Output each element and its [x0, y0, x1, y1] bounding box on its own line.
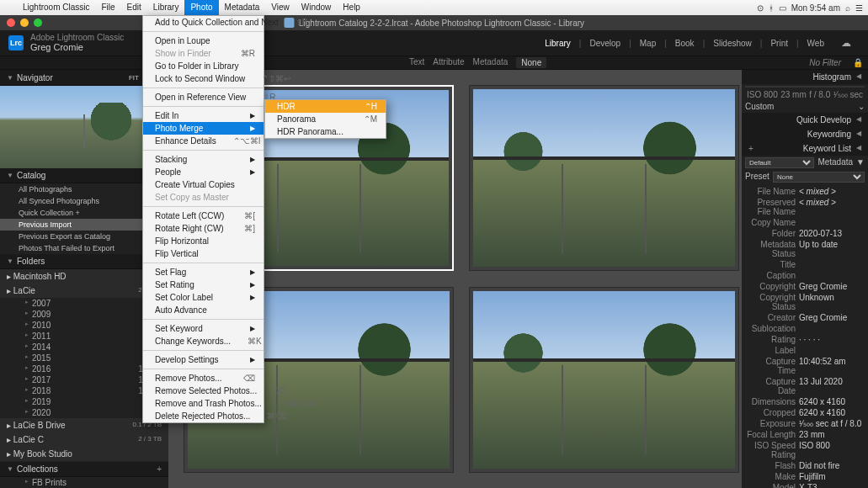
module-slideshow[interactable]: Slideshow	[705, 39, 760, 48]
module-book[interactable]: Book	[667, 39, 703, 48]
menu-item[interactable]: Rotate Left (CCW)⌘[	[143, 210, 264, 222]
filter-metadata[interactable]: Metadata	[473, 57, 509, 68]
menu-item[interactable]: Flip Horizontal	[143, 235, 264, 247]
menu-item[interactable]: Set Flag▶	[143, 266, 264, 278]
metadata-row: Preserved File Name< mixed >	[745, 197, 865, 217]
bluetooth-icon: ᚼ	[769, 3, 774, 13]
menu-item[interactable]: Add to Quick Collection and Next⇧B	[143, 16, 264, 29]
menu-view[interactable]: View	[265, 0, 296, 15]
metadata-set[interactable]: Default	[745, 157, 814, 168]
menu-metadata[interactable]: Metadata	[219, 0, 266, 15]
cloud-sync-icon[interactable]: ☁	[833, 37, 860, 49]
filter-preset[interactable]: No Filter	[809, 58, 841, 67]
thumbnail-cell[interactable]	[469, 85, 739, 271]
submenu-item[interactable]: HDR⌃H	[265, 100, 386, 113]
metadata-row: Cropped6240 x 4160	[745, 407, 865, 418]
menu-file[interactable]: File	[95, 0, 120, 15]
right-panel[interactable]: Histogram◀ ISO 80023 mmf / 8.0¹⁄₅₀₀ sec …	[742, 70, 868, 488]
preset-label: Preset	[745, 172, 769, 183]
module-library[interactable]: Library	[536, 39, 579, 48]
metadata-row: Sublocation	[745, 323, 865, 334]
minimize-button[interactable]	[20, 19, 29, 27]
module-print[interactable]: Print	[762, 39, 796, 48]
menu-app[interactable]: Lightroom Classic	[17, 0, 95, 15]
module-map[interactable]: Map	[631, 39, 664, 48]
menu-item: Set Copy as Master	[143, 191, 264, 204]
collections-header[interactable]: ▼Collections+	[0, 462, 168, 477]
menu-item[interactable]: Create Virtual Copies	[143, 178, 264, 191]
menu-item[interactable]: Delete Rejected Photos...⌘⌫	[143, 410, 264, 422]
metadata-row: CreatorGreg Cromie	[745, 312, 865, 323]
menu-item[interactable]: Remove Selected Photos...⌫	[143, 385, 264, 397]
library-filter-bar[interactable]: Text Attribute Metadata None No Filter 🔒	[0, 56, 868, 70]
metadata-row: Capture Date13 Jul 2020	[745, 376, 865, 396]
photo-merge-submenu[interactable]: HDR⌃HPanorama⌃MHDR Panorama...	[264, 99, 386, 139]
close-button[interactable]	[7, 19, 15, 27]
menu-item[interactable]: Flip Vertical	[143, 247, 264, 260]
menu-photo[interactable]: Photo	[184, 0, 218, 15]
menu-item[interactable]: People▶	[143, 166, 264, 178]
histogram-meta: ISO 80023 mmf / 8.0¹⁄₅₀₀ sec	[742, 89, 868, 100]
preset-select[interactable]: None	[773, 172, 865, 183]
menu-item[interactable]: Enhance Details⌃⌥⌘I	[143, 135, 264, 147]
menu-item[interactable]: Change Keywords...⌘K	[143, 335, 264, 347]
zoom-button[interactable]	[34, 19, 42, 27]
quickdev-header[interactable]: Quick Develop◀	[742, 113, 868, 127]
menu-item[interactable]: Remove and Trash Photos...⌥⌘⇧⌫	[143, 397, 264, 410]
module-web[interactable]: Web	[799, 39, 833, 48]
collection-item[interactable]: ▸FB Prints	[0, 477, 168, 488]
filter-none[interactable]: None	[516, 57, 546, 68]
metadata-row: Dimensions6240 x 4160	[745, 396, 865, 407]
menu-item[interactable]: Remove Photos...⌫	[143, 372, 264, 385]
submenu-item[interactable]: Panorama⌃M	[265, 113, 386, 125]
menu-item[interactable]: Photo Merge▶	[143, 122, 264, 135]
histogram-header[interactable]: Histogram◀	[742, 70, 868, 84]
metadata-row: Folder2020-07-13	[745, 228, 865, 239]
control-center-icon[interactable]: ☰	[855, 3, 863, 13]
menu-edit[interactable]: Edit	[121, 0, 147, 15]
menu-window[interactable]: Window	[296, 0, 338, 15]
metadata-row: Copyright StatusUnknown	[745, 292, 865, 312]
menu-item[interactable]: Open in Loupe	[143, 34, 264, 47]
thumbnail-cell[interactable]	[469, 287, 739, 473]
filter-lock-icon[interactable]: 🔒	[853, 58, 863, 67]
menu-item[interactable]: Open in Reference View⇧R	[143, 91, 264, 103]
menu-item[interactable]: Set Color Label▶	[143, 291, 264, 304]
window-controls[interactable]	[7, 19, 42, 27]
metadata-table: File Name< mixed >Preserved File Name< m…	[742, 184, 868, 488]
filter-attribute[interactable]: Attribute	[433, 57, 464, 68]
metadata-row: Capture Time10:40:52 am	[745, 356, 865, 376]
menu-item[interactable]: Set Keyword▶	[143, 322, 264, 335]
menu-item[interactable]: Go to Folder in Library	[143, 60, 264, 72]
menu-library[interactable]: Library	[147, 0, 185, 15]
keywordlist-header[interactable]: +Keyword List◀	[742, 141, 868, 156]
metadata-row: FlashDid not fire	[745, 460, 865, 471]
wifi-icon: ⊙	[757, 3, 764, 13]
clock: Mon 9:54 am	[791, 3, 840, 13]
histogram[interactable]	[745, 86, 865, 88]
menu-item[interactable]: Edit In▶	[143, 109, 264, 122]
menu-help[interactable]: Help	[337, 0, 366, 15]
metadata-row: ISO Speed RatingISO 800	[745, 440, 865, 460]
menu-item[interactable]: Develop Settings▶	[143, 353, 264, 366]
mac-menubar[interactable]: Lightroom Classic File Edit Library Phot…	[0, 0, 868, 15]
custom-label: Custom	[745, 102, 774, 111]
module-picker[interactable]: Library| Develop| Map| Book| Slideshow| …	[536, 37, 860, 49]
menu-item[interactable]: Rotate Right (CW)⌘]	[143, 222, 264, 235]
keywording-header[interactable]: Keywording◀	[742, 127, 868, 141]
metadata-row: Focal Length23 mm	[745, 429, 865, 440]
photo-menu[interactable]: Add to Quick Collection and Next⇧BOpen i…	[142, 15, 264, 423]
menu-item[interactable]: Stacking▶	[143, 153, 264, 166]
module-develop[interactable]: Develop	[581, 39, 629, 48]
filter-text[interactable]: Text	[409, 57, 424, 68]
drive-row[interactable]: ▸ My Book Studio	[0, 447, 168, 461]
menubar-status: ⊙ ᚼ ▭ Mon 9:54 am ⌕ ☰	[757, 3, 863, 13]
search-icon[interactable]: ⌕	[845, 3, 850, 13]
menu-item[interactable]: Set Rating▶	[143, 278, 264, 291]
add-collection-icon[interactable]: +	[157, 464, 162, 474]
drive-row[interactable]: ▸ LaCie C2 / 3 TB	[0, 432, 168, 447]
app-header: Lrc Adobe Lightroom Classic Greg Cromie …	[0, 30, 868, 56]
menu-item[interactable]: Auto Advance	[143, 304, 264, 316]
submenu-item[interactable]: HDR Panorama...	[265, 125, 386, 138]
menu-item[interactable]: Lock to Second Window⌃⇧⌘↩	[143, 72, 264, 85]
